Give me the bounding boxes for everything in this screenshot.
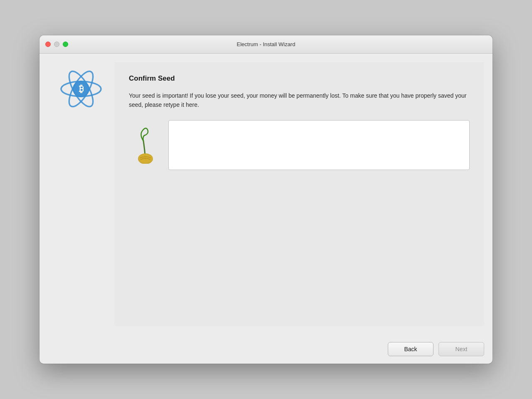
- maximize-button[interactable]: [63, 42, 68, 47]
- close-button[interactable]: [45, 42, 51, 47]
- back-button[interactable]: Back: [388, 342, 433, 356]
- svg-text:₿: ₿: [79, 84, 84, 94]
- panel-title: Confirm Seed: [129, 74, 470, 83]
- seed-input[interactable]: [168, 120, 470, 170]
- titlebar: Electrum - Install Wizard: [39, 35, 493, 54]
- seed-icon: [129, 120, 162, 166]
- sidebar: ₿: [48, 62, 114, 326]
- main-panel: Confirm Seed Your seed is important! If …: [114, 62, 484, 326]
- window-controls: [45, 42, 68, 47]
- content-area: ₿ Confirm Seed Your seed is important! I…: [39, 54, 493, 335]
- seedling-icon: [131, 122, 160, 164]
- main-window: Electrum - Install Wizard ₿ Confirm: [39, 35, 493, 364]
- minimize-button[interactable]: [54, 42, 59, 47]
- footer: Back Next: [39, 335, 493, 364]
- description-text: Your seed is important! If you lose your…: [129, 91, 470, 110]
- window-title: Electrum - Install Wizard: [237, 41, 296, 47]
- next-button[interactable]: Next: [438, 342, 484, 356]
- app-logo: ₿: [58, 66, 104, 112]
- electrum-logo-icon: ₿: [58, 66, 104, 112]
- seed-input-area: [129, 120, 470, 170]
